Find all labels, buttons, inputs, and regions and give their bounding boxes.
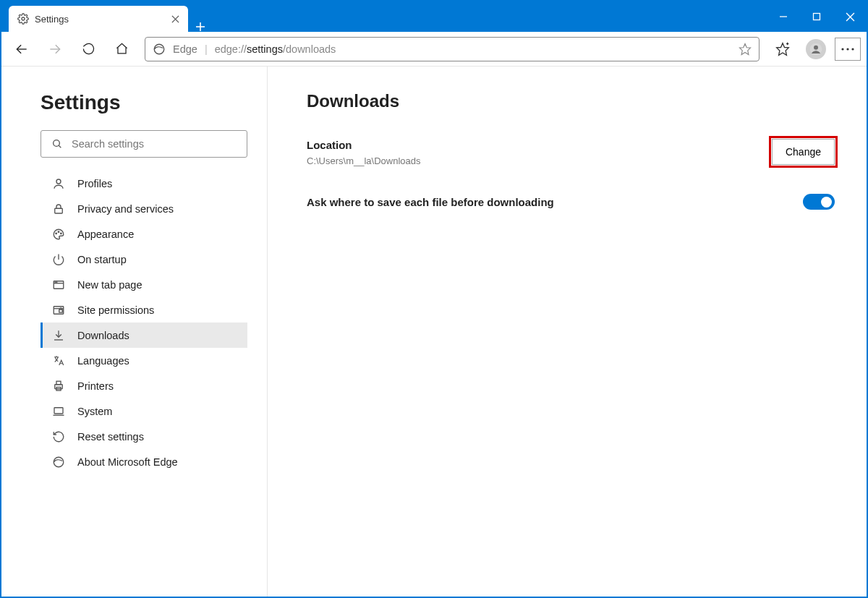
sidebar-item-label: Downloads <box>77 330 129 341</box>
printer-icon <box>51 379 66 393</box>
sidebar-item-label: Privacy and services <box>77 203 174 215</box>
svg-point-20 <box>851 48 854 50</box>
palette-icon <box>51 227 66 242</box>
ask-where-setting: Ask where to save each file before downl… <box>307 194 835 210</box>
svg-rect-39 <box>56 381 61 385</box>
svg-point-27 <box>61 233 62 234</box>
settings-main: Downloads Location C:\Users\m__la\Downlo… <box>268 67 867 597</box>
location-label: Location <box>307 139 772 151</box>
sidebar-item-label: Reset settings <box>77 431 144 443</box>
sidebar-item-reset[interactable]: Reset settings <box>41 424 247 449</box>
window-controls <box>767 1 867 32</box>
svg-point-17 <box>814 45 818 49</box>
sidebar-item-permissions[interactable]: Site permissions <box>41 297 247 323</box>
sidebar-item-privacy[interactable]: Privacy and services <box>41 196 247 221</box>
address-bar[interactable]: Edge | edge://settings/downloads <box>145 37 760 61</box>
sidebar-item-label: System <box>77 406 112 417</box>
edge-icon <box>51 455 66 469</box>
svg-point-32 <box>56 281 57 282</box>
svg-point-11 <box>154 44 164 54</box>
location-setting: Location C:\Users\m__la\Downloads Change <box>307 139 835 166</box>
svg-point-43 <box>54 457 64 467</box>
svg-rect-38 <box>55 384 63 388</box>
ask-where-label: Ask where to save each file before downl… <box>307 196 803 208</box>
svg-marker-13 <box>777 43 789 55</box>
settings-sidebar: Settings Profiles Privacy and services <box>1 67 268 597</box>
more-menu-button[interactable] <box>835 38 861 61</box>
tab-title: Settings <box>35 14 69 25</box>
sidebar-item-label: On startup <box>77 254 127 265</box>
sidebar-item-label: Appearance <box>77 228 134 240</box>
search-settings-field[interactable] <box>41 130 247 158</box>
svg-point-21 <box>54 140 60 147</box>
sidebar-item-label: Printers <box>77 380 114 392</box>
svg-line-22 <box>59 145 61 148</box>
change-location-button[interactable]: Change <box>772 139 835 165</box>
sidebar-item-profiles[interactable]: Profiles <box>41 171 247 196</box>
download-icon <box>51 328 66 343</box>
avatar-icon <box>806 39 826 59</box>
content-area: Settings Profiles Privacy and services <box>1 67 867 597</box>
favorite-star-icon[interactable] <box>739 43 752 56</box>
svg-point-31 <box>55 281 56 282</box>
home-button[interactable] <box>107 35 136 64</box>
search-icon <box>51 138 63 150</box>
sidebar-item-languages[interactable]: Languages <box>41 348 247 373</box>
favorites-button[interactable] <box>768 35 797 64</box>
laptop-icon <box>51 404 66 419</box>
section-heading: Downloads <box>307 91 835 111</box>
close-window-button[interactable] <box>833 1 867 32</box>
address-scheme-label: Edge <box>173 43 197 55</box>
svg-point-23 <box>56 179 61 184</box>
svg-marker-12 <box>740 43 751 54</box>
titlebar: Settings <box>1 1 867 32</box>
page-title: Settings <box>41 91 250 114</box>
svg-rect-24 <box>55 208 63 213</box>
svg-rect-6 <box>814 14 820 20</box>
address-separator: | <box>205 43 208 55</box>
profile-button[interactable] <box>801 35 830 64</box>
edge-logo-icon <box>153 43 166 56</box>
sidebar-item-system[interactable]: System <box>41 398 247 424</box>
sidebar-item-label: Profiles <box>77 178 112 189</box>
languages-icon <box>51 354 66 368</box>
sidebar-item-newtab[interactable]: New tab page <box>41 272 247 297</box>
location-path: C:\Users\m__la\Downloads <box>307 155 772 166</box>
back-button[interactable] <box>7 35 36 64</box>
sidebar-item-label: Site permissions <box>77 304 154 316</box>
refresh-button[interactable] <box>74 35 103 64</box>
svg-point-19 <box>846 48 848 50</box>
forward-button[interactable] <box>41 35 69 64</box>
toggle-knob <box>821 197 832 208</box>
maximize-button[interactable] <box>800 1 833 32</box>
sidebar-item-label: About Microsoft Edge <box>77 456 178 468</box>
address-url: edge://settings/downloads <box>215 43 336 55</box>
sidebar-item-printers[interactable]: Printers <box>41 373 247 398</box>
sidebar-item-about[interactable]: About Microsoft Edge <box>41 449 247 474</box>
person-icon <box>51 176 66 191</box>
sidebar-item-appearance[interactable]: Appearance <box>41 221 247 247</box>
window-icon <box>51 278 66 292</box>
tab-strip: Settings <box>1 1 213 32</box>
search-input[interactable] <box>72 138 237 150</box>
svg-point-26 <box>58 231 59 232</box>
browser-toolbar: Edge | edge://settings/downloads <box>1 32 867 67</box>
sidebar-item-label: Languages <box>77 355 129 367</box>
lock-icon <box>51 202 66 216</box>
svg-point-25 <box>56 233 57 234</box>
sidebar-item-startup[interactable]: On startup <box>41 247 247 272</box>
browser-tab[interactable]: Settings <box>9 6 188 32</box>
new-tab-button[interactable] <box>188 22 213 32</box>
sidebar-item-label: New tab page <box>77 279 142 291</box>
gear-icon <box>17 13 29 25</box>
reset-icon <box>51 430 66 444</box>
permissions-icon <box>51 303 66 317</box>
settings-nav: Profiles Privacy and services Appearance… <box>41 171 247 474</box>
ask-where-toggle[interactable] <box>803 194 835 210</box>
minimize-button[interactable] <box>767 1 800 32</box>
svg-rect-35 <box>59 309 63 312</box>
svg-point-18 <box>841 48 843 50</box>
close-tab-button[interactable] <box>169 13 181 25</box>
svg-point-0 <box>22 17 25 20</box>
sidebar-item-downloads[interactable]: Downloads <box>41 323 247 348</box>
